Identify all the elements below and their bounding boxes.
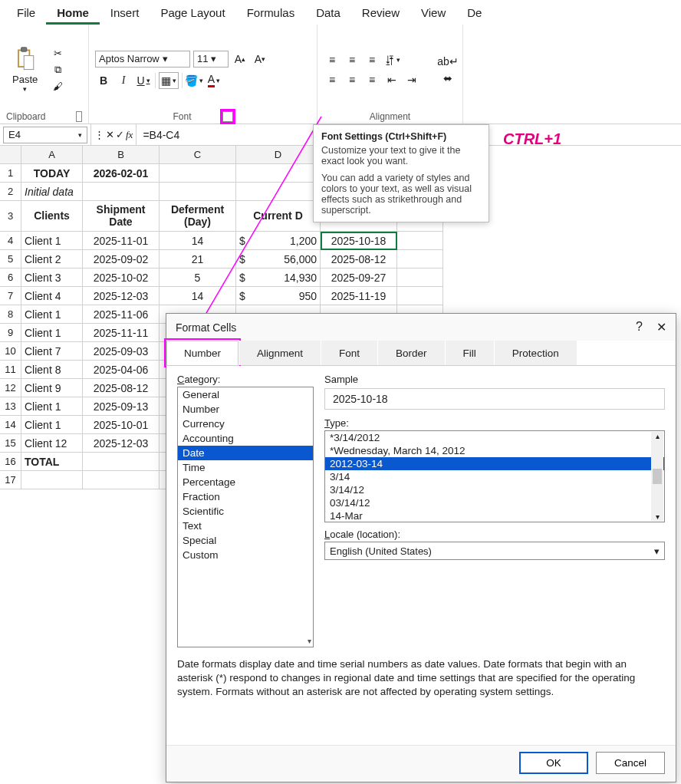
type-item[interactable]: 03/14/12 [325, 496, 664, 509]
row-header-17[interactable]: 17 [0, 471, 21, 489]
cell[interactable]: Client 1 [21, 305, 83, 324]
cell[interactable] [83, 471, 160, 489]
cell[interactable]: 21 [160, 250, 236, 268]
category-item[interactable]: Custom [178, 548, 313, 562]
underline-button[interactable]: U [135, 72, 152, 89]
cell[interactable]: 2025-09-27 [321, 268, 397, 287]
col-header-D[interactable]: D [236, 146, 321, 164]
menu-formulas[interactable]: Formulas [236, 3, 306, 25]
type-item[interactable]: 14-Mar [325, 509, 664, 522]
close-icon[interactable]: ✕ [656, 320, 666, 334]
cell[interactable]: 2026-02-01 [83, 164, 160, 183]
copy-icon[interactable]: ⧉ [50, 64, 65, 76]
cell[interactable]: 2025-11-01 [83, 232, 160, 250]
col-header-C[interactable]: C [160, 146, 236, 164]
cell[interactable] [21, 471, 83, 489]
cell[interactable]: 2025-11-06 [83, 305, 160, 324]
decrease-indent-icon[interactable]: ⇤ [383, 71, 400, 88]
category-item[interactable]: Currency [178, 417, 313, 431]
wrap-text-icon[interactable]: ab↵ [439, 53, 456, 70]
row-header-14[interactable]: 14 [0, 416, 21, 434]
col-header-B[interactable]: B [83, 146, 160, 164]
row-header-15[interactable]: 15 [0, 434, 21, 453]
cell[interactable]: Client 2 [21, 250, 83, 268]
type-listbox[interactable]: *3/14/2012*Wednesday, March 14, 20122012… [324, 430, 665, 522]
category-item[interactable]: Number [178, 402, 313, 417]
cell[interactable]: 2025-10-01 [83, 416, 160, 434]
cell[interactable]: Client 8 [21, 361, 83, 379]
cell[interactable]: TOTAL [21, 453, 83, 471]
cell[interactable]: 2025-04-06 [83, 361, 160, 379]
row-header-3[interactable]: 3 [0, 201, 21, 232]
increase-font-icon[interactable]: A▴ [232, 51, 248, 68]
help-icon[interactable]: ? [636, 320, 643, 334]
tab-font[interactable]: Font [321, 341, 377, 365]
merge-center-icon[interactable]: ⬌ [439, 70, 456, 87]
cell[interactable]: 5 [160, 268, 236, 287]
fx-icon[interactable]: fx [126, 129, 133, 141]
cell[interactable]: Client 9 [21, 379, 83, 397]
category-item[interactable]: Accounting [178, 431, 313, 446]
tab-border[interactable]: Border [378, 341, 445, 365]
row-header-4[interactable]: 4 [0, 232, 21, 250]
row-header-12[interactable]: 12 [0, 379, 21, 397]
align-bottom-icon[interactable]: ≡ [364, 51, 380, 68]
cell[interactable]: 2025-09-13 [83, 397, 160, 416]
align-left-icon[interactable]: ≡ [324, 71, 340, 88]
menu-de[interactable]: De [456, 3, 492, 25]
locale-combo[interactable]: English (United States)▾ [324, 542, 665, 560]
cell[interactable]: Deferment (Day) [160, 201, 236, 232]
category-item[interactable]: General [178, 387, 313, 402]
cell[interactable]: Clients [21, 201, 83, 232]
enter-icon[interactable]: ✓ [116, 129, 124, 140]
format-painter-icon[interactable]: 🖌 [50, 81, 65, 92]
tab-protection[interactable]: Protection [495, 341, 577, 365]
category-listbox[interactable]: GeneralNumberCurrencyAccountingDateTimeP… [177, 387, 314, 647]
cell[interactable]: 2025-12-03 [83, 434, 160, 453]
row-header-16[interactable]: 16 [0, 453, 21, 471]
select-all-corner[interactable] [0, 146, 21, 164]
decrease-font-icon[interactable]: A▾ [252, 51, 268, 68]
row-header-1[interactable]: 1 [0, 164, 21, 183]
cell[interactable]: Shipment Date [83, 201, 160, 232]
ok-button[interactable]: OK [519, 752, 588, 774]
cell[interactable] [83, 453, 160, 471]
font-color-button[interactable]: A [206, 72, 222, 89]
type-item[interactable]: *3/14/2012 [325, 431, 664, 444]
cell[interactable] [236, 164, 321, 183]
row-header-10[interactable]: 10 [0, 342, 21, 361]
category-item[interactable]: Percentage [178, 475, 313, 489]
borders-button[interactable]: ▦ [159, 72, 179, 89]
cell[interactable]: 14 [160, 287, 236, 305]
type-item[interactable]: 3/14/12 [325, 483, 664, 496]
category-item[interactable]: Date [178, 446, 313, 460]
row-header-5[interactable]: 5 [0, 250, 21, 268]
align-middle-icon[interactable]: ≡ [344, 51, 360, 68]
increase-indent-icon[interactable]: ⇥ [403, 71, 420, 88]
row-header-8[interactable]: 8 [0, 305, 21, 324]
cell[interactable]: Client 7 [21, 342, 83, 361]
menu-insert[interactable]: Insert [100, 3, 150, 25]
cell[interactable] [397, 250, 443, 268]
cell[interactable]: Client 1 [21, 232, 83, 250]
cell[interactable]: Client 3 [21, 268, 83, 287]
paste-button[interactable]: Paste ▾ [6, 43, 44, 96]
category-item[interactable]: Text [178, 519, 313, 533]
cell[interactable]: $14,930 [236, 268, 321, 287]
cell[interactable]: 2025-10-18 [321, 232, 397, 250]
cell[interactable]: Client 1 [21, 324, 83, 342]
cell[interactable]: Initial data [21, 183, 83, 201]
cancel-icon[interactable]: ✕ [106, 129, 114, 140]
cell[interactable]: $950 [236, 287, 321, 305]
type-item[interactable]: *Wednesday, March 14, 2012 [325, 444, 664, 457]
cell[interactable]: $1,200 [236, 232, 321, 250]
category-item[interactable]: Time [178, 460, 313, 475]
cell[interactable]: 2025-08-12 [321, 250, 397, 268]
row-header-7[interactable]: 7 [0, 287, 21, 305]
menu-review[interactable]: Review [351, 3, 410, 25]
cell[interactable]: 2025-08-12 [83, 379, 160, 397]
align-right-icon[interactable]: ≡ [364, 71, 380, 88]
cell[interactable] [83, 183, 160, 201]
font-size-combo[interactable]: 11▾ [193, 51, 229, 68]
category-item[interactable]: Special [178, 533, 313, 548]
